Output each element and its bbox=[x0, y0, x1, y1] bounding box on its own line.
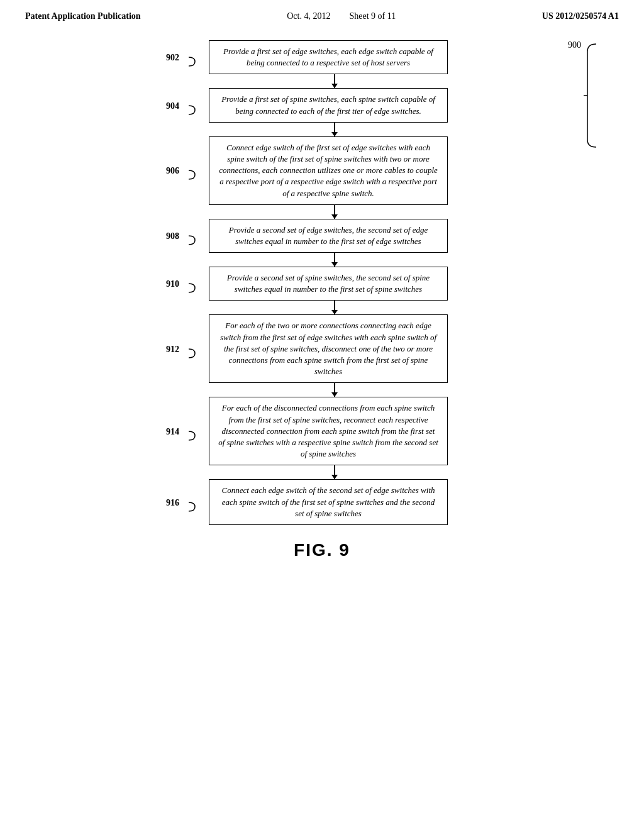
arrow-910-912 bbox=[334, 301, 335, 314]
header-publication-label: Patent Application Publication bbox=[25, 11, 141, 21]
figure-900-number: 900 bbox=[568, 40, 581, 50]
step-box-902: Provide a first set of edge switches, ea… bbox=[209, 40, 448, 74]
flowchart: 902 Provide a first set of edge switches… bbox=[158, 40, 460, 525]
svg-text:914: 914 bbox=[166, 427, 179, 436]
page-header: Patent Application Publication Oct. 4, 2… bbox=[0, 0, 644, 21]
arrow-906-908 bbox=[334, 205, 335, 219]
header-date: Oct. 4, 2012 bbox=[287, 11, 330, 21]
header-patent: US 2012/0250574 A1 bbox=[542, 11, 619, 21]
step-box-916: Connect each edge switch of the second s… bbox=[209, 479, 448, 525]
figure-caption: FIG. 9 bbox=[294, 540, 350, 560]
figure-900-label-group: 900 bbox=[568, 39, 601, 152]
flow-step-906: 906 Connect edge switch of the first set… bbox=[158, 136, 460, 205]
figure-900-bracket bbox=[584, 39, 601, 152]
header-sheet: Sheet 9 of 11 bbox=[349, 11, 396, 21]
step-box-912: For each of the two or more connections … bbox=[209, 314, 448, 383]
header-center: Oct. 4, 2012 Sheet 9 of 11 bbox=[287, 11, 396, 21]
step-box-906: Connect edge switch of the first set of … bbox=[209, 136, 448, 205]
diagram-container: 900 902 Provide a first set of edge swit… bbox=[0, 21, 644, 573]
arrow-914-916 bbox=[334, 465, 335, 479]
flow-step-916: 916 Connect each edge switch of the seco… bbox=[158, 479, 460, 525]
svg-text:912: 912 bbox=[166, 345, 179, 354]
step-box-914: For each of the disconnected connections… bbox=[209, 397, 448, 465]
flow-step-910: 910 Provide a second set of spine switch… bbox=[158, 267, 460, 301]
step-label-916: 916 bbox=[166, 493, 199, 512]
flow-step-908: 908 Provide a second set of edge switche… bbox=[158, 219, 460, 253]
arrow-904-906 bbox=[334, 123, 335, 136]
svg-text:910: 910 bbox=[166, 279, 179, 289]
svg-text:908: 908 bbox=[166, 231, 179, 241]
step-label-902: 902 bbox=[166, 48, 199, 67]
arrow-912-914 bbox=[334, 383, 335, 397]
step-label-910: 910 bbox=[166, 274, 199, 293]
step-label-904: 904 bbox=[166, 96, 199, 115]
flow-step-914: 914 For each of the disconnected connect… bbox=[158, 397, 460, 465]
step-label-914: 914 bbox=[166, 422, 199, 441]
svg-text:904: 904 bbox=[166, 101, 179, 111]
svg-text:916: 916 bbox=[166, 498, 179, 507]
svg-text:906: 906 bbox=[166, 166, 179, 175]
arrow-902-904 bbox=[334, 74, 335, 88]
step-box-904: Provide a first set of spine switches, e… bbox=[209, 88, 448, 122]
svg-text:902: 902 bbox=[166, 53, 179, 62]
step-box-910: Provide a second set of spine switches, … bbox=[209, 267, 448, 301]
step-label-906: 906 bbox=[166, 161, 199, 180]
flow-step-902: 902 Provide a first set of edge switches… bbox=[158, 40, 460, 74]
flow-step-904: 904 Provide a first set of spine switche… bbox=[158, 88, 460, 122]
arrow-908-910 bbox=[334, 253, 335, 267]
step-label-908: 908 bbox=[166, 226, 199, 245]
step-box-908: Provide a second set of edge switches, t… bbox=[209, 219, 448, 253]
step-label-912: 912 bbox=[166, 340, 199, 358]
flow-step-912: 912 For each of the two or more connecti… bbox=[158, 314, 460, 383]
